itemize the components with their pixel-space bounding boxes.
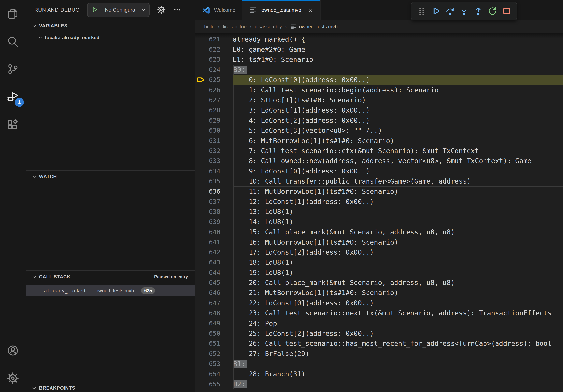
code-line-626[interactable]: 6261: Call test_scenario::begin(address)… xyxy=(195,85,563,95)
code-line-655[interactable]: 655B2: xyxy=(195,379,563,389)
gutter[interactable]: 626 xyxy=(195,85,232,95)
debug-restart-button[interactable] xyxy=(487,5,498,17)
close-icon[interactable] xyxy=(307,7,313,13)
code-line-625[interactable]: 6250: LdConst[0](address: 0x00..) xyxy=(195,75,563,85)
gutter[interactable]: 628 xyxy=(195,105,232,115)
gutter[interactable]: 652 xyxy=(195,349,232,359)
activity-item-settings[interactable] xyxy=(0,364,26,392)
code-line-647[interactable]: 64722: LdConst[0](address: 0x00..) xyxy=(195,298,563,308)
breadcrumb-item-owned-tests-mvb[interactable]: owned_tests.mvb xyxy=(290,24,337,30)
gutter[interactable]: 655 xyxy=(195,379,232,389)
debug-config-dropdown[interactable]: No Configura xyxy=(87,3,150,17)
gutter[interactable]: 647 xyxy=(195,298,232,308)
gutter[interactable]: 640 xyxy=(195,227,232,237)
code-line-654[interactable]: 65428: Branch(31) xyxy=(195,369,563,379)
more-actions-icon[interactable] xyxy=(173,6,181,14)
call-stack-section-header[interactable]: CALL STACK Paused on entry xyxy=(26,271,195,283)
code-line-632[interactable]: 6327: Call test_scenario::ctx(&mut Scena… xyxy=(195,146,563,156)
debug-step-into-button[interactable] xyxy=(458,5,470,17)
debug-gear-icon[interactable] xyxy=(157,6,166,14)
gutter[interactable]: 645 xyxy=(195,277,232,287)
code-line-646[interactable]: 64621: MutBorrowLoc[1](ts#1#0: Scenario) xyxy=(195,288,563,298)
gutter[interactable]: 651 xyxy=(195,339,232,349)
gutter[interactable]: 635 xyxy=(195,176,232,186)
code-line-631[interactable]: 6316: MutBorrowLoc[1](ts#1#0: Scenario) xyxy=(195,136,563,146)
code-line-653[interactable]: 653B1: xyxy=(195,359,563,369)
code-line-621[interactable]: 621already_marked() { xyxy=(195,34,563,44)
gutter[interactable]: 646 xyxy=(195,288,232,298)
breakpoints-section-header[interactable]: BREAKPOINTS xyxy=(26,382,195,392)
gutter[interactable]: 638 xyxy=(195,207,232,217)
watch-section-header[interactable]: WATCH xyxy=(26,170,195,183)
gutter[interactable]: 630 xyxy=(195,126,232,136)
gutter[interactable]: 621 xyxy=(195,34,232,44)
gutter[interactable]: 631 xyxy=(195,136,232,146)
code-line-643[interactable]: 64318: LdU8(1) xyxy=(195,257,563,267)
gutter[interactable]: 632 xyxy=(195,146,232,156)
gutter[interactable]: 627 xyxy=(195,95,232,105)
gutter[interactable]: 624 xyxy=(195,65,232,75)
code-line-640[interactable]: 64015: Call place_mark(&mut Scenario, ad… xyxy=(195,227,563,237)
start-debugging-icon[interactable] xyxy=(88,6,102,14)
code-line-630[interactable]: 6305: LdConst[3](vector<u8>: "" /..) xyxy=(195,126,563,136)
debug-step-over-button[interactable] xyxy=(444,5,456,17)
code-line-635[interactable]: 63510: Call transfer::public_transfer<Ga… xyxy=(195,176,563,186)
activity-item-search[interactable] xyxy=(0,28,26,55)
activity-item-extensions[interactable] xyxy=(0,111,26,138)
gutter[interactable]: 639 xyxy=(195,217,232,227)
activity-item-run-and-debug[interactable]: 1 xyxy=(0,83,26,111)
code-area[interactable]: 621already_marked() {622L0: game#2#0: Ga… xyxy=(195,33,563,389)
gutter[interactable]: 644 xyxy=(195,267,232,277)
gutter[interactable]: 649 xyxy=(195,318,232,328)
code-line-641[interactable]: 64116: MutBorrowLoc[1](ts#1#0: Scenario) xyxy=(195,237,563,247)
gutter[interactable]: 623 xyxy=(195,54,232,65)
code-line-628[interactable]: 6283: LdConst[1](address: 0x00..) xyxy=(195,105,563,115)
activity-item-account[interactable] xyxy=(0,337,26,364)
breadcrumb-item-disassembly[interactable]: disassembly xyxy=(255,24,282,30)
activity-item-source-control[interactable] xyxy=(0,55,26,83)
variables-scope-locals[interactable]: locals: already_marked xyxy=(26,32,195,43)
code-line-649[interactable]: 64924: Pop xyxy=(195,318,563,328)
code-line-638[interactable]: 63813: LdU8(1) xyxy=(195,207,563,217)
code-line-648[interactable]: 64823: Call test_scenario::next_tx(&mut … xyxy=(195,308,563,318)
gutter[interactable]: 625 xyxy=(195,75,232,85)
code-line-637[interactable]: 63712: LdConst[1](address: 0x00..) xyxy=(195,196,563,207)
gutter[interactable]: 643 xyxy=(195,257,232,267)
activity-item-explorer[interactable] xyxy=(0,0,26,28)
call-stack-frame[interactable]: already_marked owned_tests.mvb 625 xyxy=(26,285,195,296)
gutter[interactable]: 641 xyxy=(195,237,232,247)
breadcrumb-item-build[interactable]: build xyxy=(204,24,215,30)
gutter[interactable]: 636 xyxy=(195,186,232,196)
code-line-627[interactable]: 6272: StLoc[1](ts#1#0: Scenario) xyxy=(195,95,563,105)
code-line-651[interactable]: 65126: Call test_scenario::has_most_rece… xyxy=(195,339,563,349)
debug-gripper-button[interactable] xyxy=(416,5,427,17)
code-line-650[interactable]: 65025: LdConst[2](address: 0x00..) xyxy=(195,328,563,338)
breadcrumb-item-tic-tac-toe[interactable]: tic_tac_toe xyxy=(223,24,247,30)
code-line-622[interactable]: 622L0: game#2#0: Game xyxy=(195,44,563,54)
debug-step-out-button[interactable] xyxy=(473,5,484,17)
gutter[interactable]: 637 xyxy=(195,196,232,207)
code-line-652[interactable]: 65227: BrFalse(29) xyxy=(195,349,563,359)
variables-section-header[interactable]: VARIABLES xyxy=(26,20,195,32)
gutter[interactable]: 648 xyxy=(195,308,232,318)
code-line-633[interactable]: 6338: Call owned::new(address, address, … xyxy=(195,156,563,166)
gutter[interactable]: 654 xyxy=(195,369,232,379)
gutter[interactable]: 650 xyxy=(195,328,232,338)
debug-stop-button[interactable] xyxy=(501,5,512,17)
tab-owned-tests-mvb[interactable]: owned_tests.mvb xyxy=(243,0,320,20)
gutter[interactable]: 653 xyxy=(195,359,232,369)
code-line-644[interactable]: 64419: LdU8(1) xyxy=(195,267,563,277)
gutter[interactable]: 642 xyxy=(195,247,232,257)
code-line-634[interactable]: 6349: LdConst[0](address: 0x00..) xyxy=(195,166,563,176)
code-line-642[interactable]: 64217: LdConst[2](address: 0x00..) xyxy=(195,247,563,257)
gutter[interactable]: 633 xyxy=(195,156,232,166)
code-line-623[interactable]: 623L1: ts#1#0: Scenario xyxy=(195,54,563,65)
code-line-636[interactable]: 63611: MutBorrowLoc[1](ts#1#0: Scenario) xyxy=(195,186,563,196)
code-line-645[interactable]: 64520: Call place_mark(&mut Scenario, ad… xyxy=(195,277,563,287)
code-line-629[interactable]: 6294: LdConst[2](address: 0x00..) xyxy=(195,115,563,125)
code-line-624[interactable]: 624B0: xyxy=(195,65,563,75)
gutter[interactable]: 629 xyxy=(195,115,232,125)
code-line-639[interactable]: 63914: LdU8(1) xyxy=(195,217,563,227)
debug-continue-button[interactable] xyxy=(430,5,441,17)
gutter[interactable]: 634 xyxy=(195,166,232,176)
